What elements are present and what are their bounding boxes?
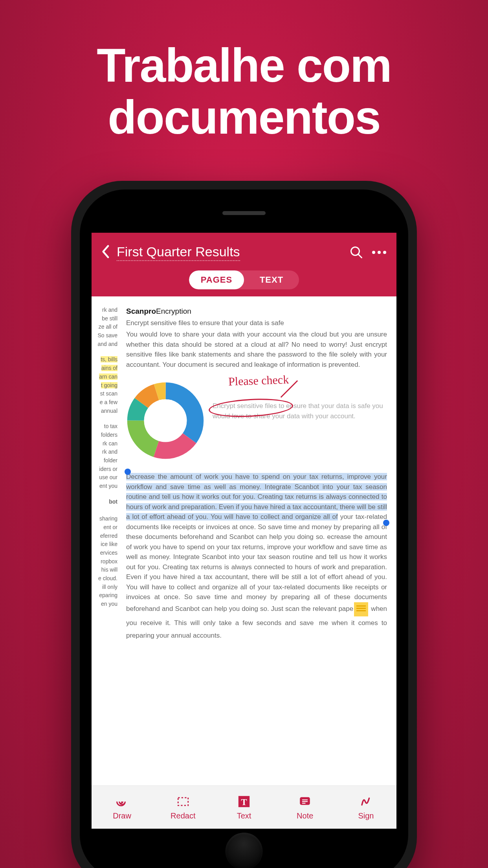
- search-icon: [349, 245, 363, 259]
- document-viewport[interactable]: rk and be still ze all of So save and an…: [92, 296, 396, 785]
- phone-inner: First Quarter Results PAGES TEXT: [80, 189, 408, 868]
- handwritten-annotation: Please check: [228, 370, 289, 390]
- text-button[interactable]: T Text: [213, 786, 274, 829]
- tool-label: Draw: [113, 811, 131, 820]
- selection-handle-start[interactable]: [125, 469, 131, 475]
- draw-button[interactable]: Draw: [92, 786, 152, 829]
- tab-pages[interactable]: PAGES: [189, 270, 244, 289]
- chart-caption-block: Please check Encrypt sensitive files to …: [213, 381, 387, 421]
- prev-page-sliver: rk and be still ze all of So save and an…: [92, 296, 119, 785]
- left-frag-1: rk and be still ze all of So save and an…: [95, 306, 117, 348]
- note-icon: [297, 794, 312, 809]
- redact-icon: [176, 794, 191, 809]
- chevron-left-icon: [101, 245, 110, 259]
- body-paragraph[interactable]: Decrease the amount of work you have to …: [126, 472, 387, 640]
- spiral-icon: [115, 794, 130, 809]
- document-title[interactable]: First Quarter Results: [117, 244, 240, 261]
- donut-chart: [126, 381, 205, 460]
- left-frag-3: to tax folders rk can rk and folder ider…: [95, 422, 117, 491]
- tool-label: Sign: [358, 811, 374, 820]
- left-frag-2: ts, bills ains of arn can t going st sca…: [95, 355, 117, 415]
- tool-label: Text: [237, 811, 251, 820]
- svg-point-8: [144, 399, 187, 442]
- app-screen: First Quarter Results PAGES TEXT: [92, 233, 396, 829]
- redact-button[interactable]: Redact: [152, 786, 213, 829]
- chart-row: Please check Encrypt sensitive files to …: [126, 381, 387, 460]
- text-icon: T: [237, 794, 251, 809]
- section-heading: ScanproEncryption: [126, 306, 387, 317]
- section-subtitle: Encrypt sensitive files to ensure that y…: [126, 318, 387, 328]
- svg-text:T: T: [241, 797, 247, 807]
- svg-rect-9: [178, 798, 188, 805]
- phone-speaker: [222, 211, 266, 215]
- intro-paragraph: You would love to share your data with y…: [126, 329, 387, 370]
- note-button[interactable]: Note: [275, 786, 336, 829]
- svg-rect-12: [300, 797, 310, 805]
- headline-line2: documentos: [0, 91, 488, 143]
- sign-button[interactable]: Sign: [336, 786, 396, 829]
- topbar: First Quarter Results PAGES TEXT: [92, 233, 396, 296]
- sticky-note-icon[interactable]: [354, 602, 368, 616]
- bottom-toolbar: Draw Redact T Text: [92, 785, 396, 829]
- svg-line-1: [358, 254, 362, 258]
- more-button[interactable]: [371, 245, 387, 260]
- more-icon: [372, 251, 386, 254]
- home-button[interactable]: [226, 833, 263, 868]
- view-segmented-control[interactable]: PAGES TEXT: [189, 270, 299, 289]
- tab-text[interactable]: TEXT: [244, 270, 299, 289]
- selection-handle-end[interactable]: [383, 520, 389, 526]
- marketing-headline: Trabalhe com documentos: [0, 0, 488, 143]
- sign-icon: [358, 794, 373, 809]
- search-button[interactable]: [349, 245, 364, 260]
- left-frag-4: bot sharing ent or eferred ice like ervi…: [95, 498, 117, 609]
- page-content: ScanproEncryption Encrypt sensitive file…: [119, 296, 396, 785]
- tool-label: Note: [297, 811, 313, 820]
- tool-label: Redact: [171, 811, 195, 820]
- body-text-a: your tax-related documents like receipts…: [126, 513, 387, 612]
- back-button[interactable]: [101, 245, 110, 260]
- headline-line1: Trabalhe com: [0, 39, 488, 91]
- phone-frame: First Quarter Results PAGES TEXT: [71, 181, 417, 868]
